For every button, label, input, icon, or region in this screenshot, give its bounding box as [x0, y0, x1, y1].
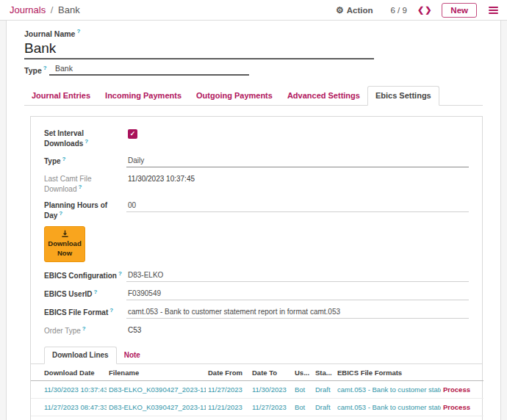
- journal-name-label-row: Journal Name?: [24, 28, 483, 38]
- menu-icon[interactable]: [487, 5, 500, 15]
- col-header-state[interactable]: Sta...: [313, 364, 335, 381]
- help-icon: ?: [84, 138, 88, 145]
- cell-download-date: 11/27/2023 08:47:33: [31, 398, 107, 416]
- ebics-configuration-label: EBICS Configuration?: [44, 269, 126, 280]
- breadcrumb-separator: /: [51, 4, 54, 15]
- notebook-tabs: Journal Entries Incoming Payments Outgoi…: [24, 86, 483, 106]
- type-label-wrap: Type?: [24, 65, 49, 76]
- ebics-configuration-input[interactable]: D83-ELKO: [126, 269, 469, 282]
- type-field-row: Type? Bank: [24, 64, 483, 76]
- cell-filename: D83-ELKO_K0390427_2023-11-30_C: [107, 380, 206, 398]
- pager-count: 6 / 9: [391, 6, 407, 15]
- col-header-date-to[interactable]: Date To: [250, 364, 292, 381]
- col-header-actions: [441, 364, 483, 381]
- last-camt-file-download-value: 11/30/2023 10:37:45: [126, 173, 469, 185]
- tab-incoming-payments[interactable]: Incoming Payments: [98, 87, 189, 105]
- record-pager: ❮ ❯: [417, 6, 431, 14]
- cell-download-date: 11/30/2023 10:37:43: [31, 380, 107, 398]
- last-camt-file-download-row: Last Camt File Download? 11/30/2023 10:3…: [44, 173, 469, 194]
- form-sheet: Journal Name? Bank Type? Bank Journal En…: [6, 21, 501, 420]
- cell-date-to: 11/27/2023: [250, 416, 292, 420]
- breadcrumb-journals-link[interactable]: Journals: [10, 4, 46, 15]
- tab-note[interactable]: Note: [117, 347, 148, 363]
- download-now-button[interactable]: Download Now: [44, 226, 85, 262]
- table-header-row: Download Date Filename Date From Date To…: [31, 364, 483, 381]
- cell-date-from: 11/21/2023: [206, 416, 250, 420]
- planning-hours-input[interactable]: 00: [126, 200, 469, 212]
- col-header-ebics-file-formats[interactable]: EBICS File Formats: [335, 364, 441, 381]
- download-icon: [61, 230, 69, 238]
- ebics-configuration-row: EBICS Configuration? D83-ELKO: [44, 269, 469, 282]
- set-interval-downloads-row: Set Interval Downloads? ✓: [44, 128, 469, 148]
- gear-icon: ⚙: [336, 5, 344, 15]
- action-menu-button[interactable]: ⚙ Action: [336, 5, 373, 15]
- planning-hours-row: Planning Hours of Day? 00: [44, 200, 469, 220]
- journal-name-input[interactable]: Bank: [24, 40, 374, 60]
- col-header-download-date[interactable]: Download Date: [31, 364, 107, 381]
- tab-download-lines[interactable]: Download Lines: [44, 347, 117, 364]
- interval-type-input[interactable]: Daily: [126, 155, 469, 167]
- help-icon: ?: [82, 325, 86, 332]
- ebics-file-format-label: EBICS File Format?: [44, 306, 126, 317]
- field-label-text: Planning Hours of Day: [44, 201, 107, 220]
- col-header-filename[interactable]: Filename: [107, 364, 206, 381]
- ebics-file-format-input[interactable]: camt.053 - Bank to customer statement re…: [126, 306, 469, 319]
- set-interval-downloads-label: Set Interval Downloads?: [44, 128, 126, 148]
- col-header-date-from[interactable]: Date From: [206, 364, 250, 381]
- cell-ebics-file-format: camt.053 - Bank to customer statement re…: [335, 416, 441, 420]
- cell-date-from: 11/21/2023: [206, 398, 250, 416]
- table-row[interactable]: 11/30/2023 10:37:43D83-ELKO_K0390427_202…: [31, 380, 483, 398]
- field-label-text: Order Type: [44, 327, 81, 335]
- field-label-text: Set Interval Downloads: [44, 129, 84, 148]
- cell-state: Draft: [313, 416, 335, 420]
- ebics-userid-label: EBICS UserID?: [44, 288, 126, 299]
- inner-notebook-tabs: Download Lines Note: [31, 347, 482, 364]
- col-header-user[interactable]: Us...: [292, 364, 313, 381]
- table-row[interactable]: 11/27/2023 08:47:33D83-ELKO_K0390427_202…: [31, 416, 483, 420]
- help-icon: ?: [62, 156, 66, 162]
- cell-date-to: 11/27/2023: [250, 398, 292, 416]
- table-row[interactable]: 11/27/2023 08:47:33D83-ELKO_K0390427_202…: [31, 398, 483, 416]
- cell-filename: D83-ELKO_K0390427_2023-11-27_C: [107, 416, 206, 420]
- help-icon: ?: [118, 270, 122, 277]
- cell-user: Bot: [292, 398, 313, 416]
- help-icon: ?: [78, 184, 82, 190]
- order-type-value: C53: [126, 325, 469, 336]
- download-now-line2: Now: [57, 249, 72, 258]
- tab-ebics-settings[interactable]: Ebics Settings: [367, 86, 439, 106]
- type-input[interactable]: Bank: [49, 64, 249, 76]
- chevron-left-icon[interactable]: ❮: [417, 6, 424, 14]
- field-label-text: EBICS File Format: [44, 308, 108, 316]
- interval-type-row: Type? Daily: [44, 155, 469, 167]
- new-button[interactable]: New: [442, 3, 477, 18]
- ebics-userid-row: EBICS UserID? F0390549: [44, 288, 469, 300]
- field-label-text: EBICS Configuration: [44, 272, 117, 280]
- ebics-file-format-row: EBICS File Format? camt.053 - Bank to cu…: [44, 306, 469, 319]
- chevron-right-icon[interactable]: ❯: [425, 6, 431, 14]
- process-link[interactable]: Process: [441, 380, 483, 398]
- download-now-line1: Download: [48, 239, 81, 249]
- tab-journal-entries[interactable]: Journal Entries: [24, 87, 98, 105]
- field-label-text: EBICS UserID: [44, 290, 93, 298]
- ebics-settings-pane: Set Interval Downloads? ✓ Type? Daily: [30, 116, 483, 420]
- control-panel-actions: ⚙ Action 6 / 9 ❮ ❯ New: [336, 3, 500, 18]
- breadcrumb-current: Bank: [58, 4, 80, 15]
- planning-hours-label: Planning Hours of Day?: [44, 200, 126, 220]
- ebics-userid-input[interactable]: F0390549: [126, 288, 469, 300]
- tab-outgoing-payments[interactable]: Outgoing Payments: [189, 87, 280, 105]
- process-link[interactable]: Process: [441, 398, 483, 416]
- help-icon: ?: [43, 65, 47, 71]
- last-camt-file-download-label: Last Camt File Download?: [44, 173, 126, 194]
- download-lines-table: Download Date Filename Date From Date To…: [31, 364, 483, 420]
- help-icon: ?: [94, 289, 98, 295]
- interval-type-label: Type?: [44, 155, 126, 166]
- set-interval-downloads-value: ✓: [126, 128, 469, 140]
- tab-advanced-settings[interactable]: Advanced Settings: [280, 87, 367, 105]
- cell-user: Bot: [292, 380, 313, 398]
- cell-download-date: 11/27/2023 08:47:33: [31, 416, 107, 420]
- process-link[interactable]: Process: [441, 416, 483, 420]
- breadcrumb: Journals / Bank: [10, 4, 80, 15]
- cell-ebics-file-format: camt.053 - Bank to customer statement re…: [335, 380, 441, 398]
- set-interval-downloads-checkbox[interactable]: ✓: [128, 129, 137, 139]
- cell-date-from: 11/27/2023: [206, 380, 250, 398]
